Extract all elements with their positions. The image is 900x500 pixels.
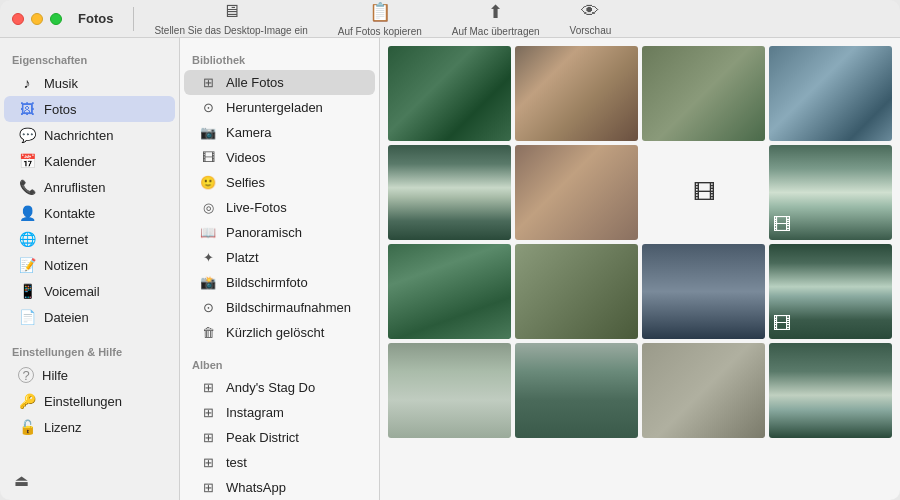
section-einstellungen: Einstellungen & Hilfe xyxy=(0,340,179,362)
photo-cell[interactable] xyxy=(642,46,765,141)
instagram-icon: ⊞ xyxy=(198,405,218,420)
library-panel: Bibliothek ⊞ Alle Fotos ⊙ Heruntergelade… xyxy=(180,38,380,500)
photo-cell[interactable] xyxy=(515,244,638,339)
anruflisten-icon: 📞 xyxy=(18,179,36,195)
fotos-icon: 🖼 xyxy=(18,101,36,117)
musik-icon: ♪ xyxy=(18,75,36,91)
lib-item-heruntergeladen[interactable]: ⊙ Heruntergeladen xyxy=(184,95,375,120)
video-badge-icon: 🎞 xyxy=(773,215,791,236)
lib-label-selfies: Selfies xyxy=(226,175,265,190)
photo-cell[interactable] xyxy=(642,343,765,438)
sidebar-label-anruflisten: Anruflisten xyxy=(44,180,105,195)
section-bibliothek: Bibliothek xyxy=(180,48,379,70)
sidebar-left: Eigenschaften ♪ Musik 🖼 Fotos 💬 Nachrich… xyxy=(0,38,180,500)
photo-grid: 🎞 🎞 🎞 xyxy=(380,38,900,500)
photo-cell[interactable] xyxy=(388,145,511,240)
lib-item-andys-stag[interactable]: ⊞ Andy's Stag Do xyxy=(184,375,375,400)
eject-button[interactable]: ⏏ xyxy=(14,471,29,490)
kontakte-icon: 👤 xyxy=(18,205,36,221)
photo-cell[interactable] xyxy=(388,46,511,141)
eye-icon: 👁 xyxy=(581,1,599,22)
photo-cell[interactable] xyxy=(515,145,638,240)
lib-item-live-fotos[interactable]: ◎ Live-Fotos xyxy=(184,195,375,220)
sidebar-item-internet[interactable]: 🌐 Internet xyxy=(4,226,175,252)
lib-item-kamera[interactable]: 📷 Kamera xyxy=(184,120,375,145)
lib-label-heruntergeladen: Heruntergeladen xyxy=(226,100,323,115)
lib-label-andys-stag: Andy's Stag Do xyxy=(226,380,315,395)
photo-cell[interactable] xyxy=(769,46,892,141)
traffic-lights xyxy=(12,13,62,25)
close-button[interactable] xyxy=(12,13,24,25)
sidebar-label-internet: Internet xyxy=(44,232,88,247)
sidebar-item-kontakte[interactable]: 👤 Kontakte xyxy=(4,200,175,226)
transfer-to-mac-button[interactable]: ⬆ Auf Mac übertragen xyxy=(452,1,540,37)
photo-cell[interactable] xyxy=(388,244,511,339)
maximize-button[interactable] xyxy=(50,13,62,25)
lib-item-bildschirmaufnahmen[interactable]: ⊙ Bildschirmaufnahmen xyxy=(184,295,375,320)
sidebar-label-einstellungen: Einstellungen xyxy=(44,394,122,409)
lib-label-live-fotos: Live-Fotos xyxy=(226,200,287,215)
window-title: Fotos xyxy=(78,11,113,26)
sidebar-item-anruflisten[interactable]: 📞 Anruflisten xyxy=(4,174,175,200)
heruntergeladen-icon: ⊙ xyxy=(198,100,218,115)
lib-item-kurzlich[interactable]: 🗑 Kürzlich gelöscht xyxy=(184,320,375,345)
alle-fotos-icon: ⊞ xyxy=(198,75,218,90)
desktop-icon: 🖥 xyxy=(222,1,240,22)
sidebar-label-musik: Musik xyxy=(44,76,78,91)
sidebar-item-musik[interactable]: ♪ Musik xyxy=(4,70,175,96)
copy-to-photos-button[interactable]: 📋 Auf Fotos kopieren xyxy=(338,1,422,37)
sidebar-item-fotos[interactable]: 🖼 Fotos xyxy=(4,96,175,122)
upload-icon: ⬆ xyxy=(488,1,503,23)
photo-cell[interactable]: 🎞 xyxy=(769,145,892,240)
photo-cell[interactable]: 🎞 xyxy=(642,145,765,240)
sidebar-label-kontakte: Kontakte xyxy=(44,206,95,221)
photo-cell[interactable]: 🎞 xyxy=(769,244,892,339)
einstellungen-icon: 🔑 xyxy=(18,393,36,409)
lib-item-peak-district[interactable]: ⊞ Peak District xyxy=(184,425,375,450)
lib-item-videos[interactable]: 🎞 Videos xyxy=(184,145,375,170)
sidebar-item-voicemail[interactable]: 📱 Voicemail xyxy=(4,278,175,304)
lib-item-panoramisch[interactable]: 📖 Panoramisch xyxy=(184,220,375,245)
bildschirmaufnahmen-icon: ⊙ xyxy=(198,300,218,315)
whatsapp-icon: ⊞ xyxy=(198,480,218,495)
desktop-image-button[interactable]: 🖥 Stellen Sie das Desktop-Image ein xyxy=(154,1,307,36)
lib-label-test: test xyxy=(226,455,247,470)
panoramisch-icon: 📖 xyxy=(198,225,218,240)
video-badge-icon-2: 🎞 xyxy=(773,314,791,335)
sidebar-item-nachrichten[interactable]: 💬 Nachrichten xyxy=(4,122,175,148)
preview-button[interactable]: 👁 Vorschau xyxy=(570,1,612,36)
sidebar-label-hilfe: Hilfe xyxy=(42,368,68,383)
lib-item-whatsapp[interactable]: ⊞ WhatsApp xyxy=(184,475,375,500)
sidebar-label-voicemail: Voicemail xyxy=(44,284,100,299)
bildschirmfoto-icon: 📸 xyxy=(198,275,218,290)
minimize-button[interactable] xyxy=(31,13,43,25)
kalender-icon: 📅 xyxy=(18,153,36,169)
lib-label-bildschirmfoto: Bildschirmfoto xyxy=(226,275,308,290)
lib-item-platzt[interactable]: ✦ Platzt xyxy=(184,245,375,270)
main-content: Eigenschaften ♪ Musik 🖼 Fotos 💬 Nachrich… xyxy=(0,38,900,500)
photo-cell[interactable] xyxy=(642,244,765,339)
photo-cell[interactable] xyxy=(515,343,638,438)
lib-item-test[interactable]: ⊞ test xyxy=(184,450,375,475)
lib-item-instagram[interactable]: ⊞ Instagram xyxy=(184,400,375,425)
sidebar-item-notizen[interactable]: 📝 Notizen xyxy=(4,252,175,278)
sidebar-item-lizenz[interactable]: 🔓 Lizenz xyxy=(4,414,175,440)
kurzlich-icon: 🗑 xyxy=(198,325,218,340)
photo-cell[interactable] xyxy=(515,46,638,141)
hilfe-icon: ? xyxy=(18,367,34,383)
sidebar-item-kalender[interactable]: 📅 Kalender xyxy=(4,148,175,174)
lib-item-selfies[interactable]: 🙂 Selfies xyxy=(184,170,375,195)
photo-cell[interactable] xyxy=(388,343,511,438)
lib-label-kurzlich: Kürzlich gelöscht xyxy=(226,325,324,340)
sidebar-item-einstellungen[interactable]: 🔑 Einstellungen xyxy=(4,388,175,414)
sidebar-label-fotos: Fotos xyxy=(44,102,77,117)
sidebar-item-dateien[interactable]: 📄 Dateien xyxy=(4,304,175,330)
sidebar-label-kalender: Kalender xyxy=(44,154,96,169)
titlebar-divider xyxy=(133,7,134,31)
sidebar-item-hilfe[interactable]: ? Hilfe xyxy=(4,362,175,388)
lib-item-alle-fotos[interactable]: ⊞ Alle Fotos xyxy=(184,70,375,95)
notizen-icon: 📝 xyxy=(18,257,36,273)
sidebar-label-notizen: Notizen xyxy=(44,258,88,273)
lib-item-bildschirmfoto[interactable]: 📸 Bildschirmfoto xyxy=(184,270,375,295)
photo-cell[interactable] xyxy=(769,343,892,438)
